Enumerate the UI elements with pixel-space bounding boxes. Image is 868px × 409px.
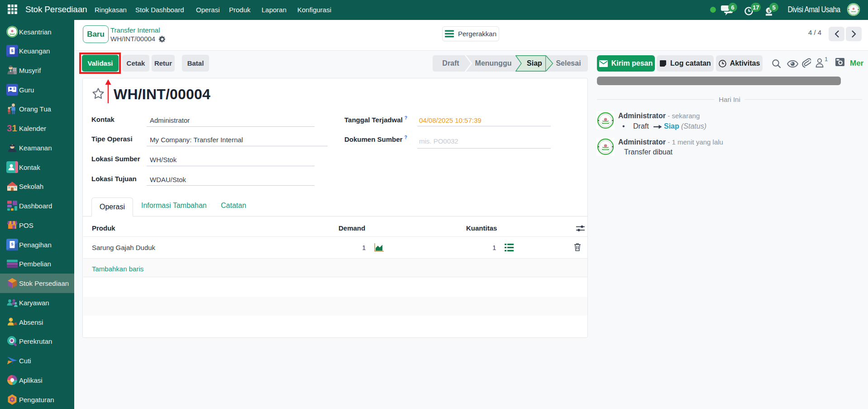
svg-text:$: $: [11, 48, 14, 53]
svg-text:1: 1: [12, 123, 17, 133]
svg-text:3: 3: [7, 123, 12, 133]
svg-text:$: $: [11, 241, 14, 246]
